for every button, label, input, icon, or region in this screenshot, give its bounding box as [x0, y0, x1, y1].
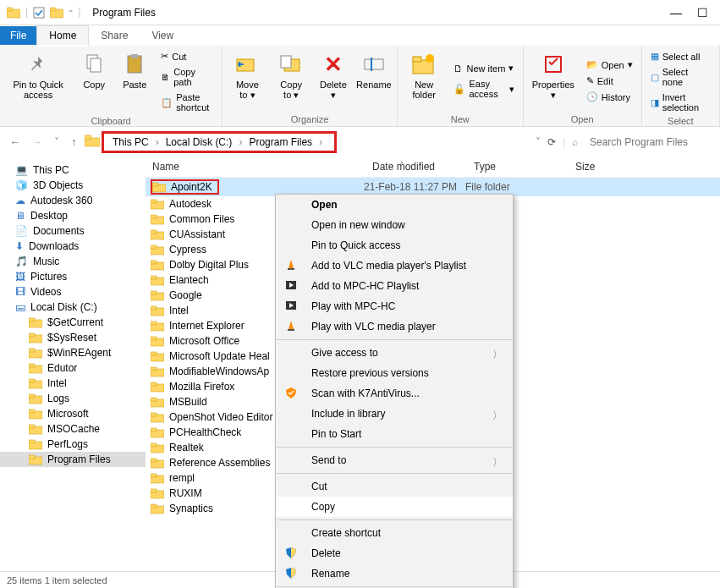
vlc-icon — [284, 258, 300, 273]
context-menu-item[interactable]: Restore previous versions — [276, 363, 513, 383]
svg-rect-12 — [365, 59, 383, 69]
context-menu-item[interactable]: Pin to Quick access — [276, 235, 513, 256]
minimize-button[interactable]: — — [670, 6, 682, 19]
sidebar-item[interactable]: Logs — [0, 391, 146, 406]
svg-rect-11 — [281, 56, 291, 68]
copy-path-button[interactable]: 🗎Copy path — [157, 65, 217, 89]
context-menu-item[interactable]: Play with MPC-HC — [276, 296, 513, 316]
easy-access-button[interactable]: 🔓Easy access ▾ — [450, 77, 517, 101]
context-menu-item[interactable]: Include in library〉 — [276, 404, 513, 424]
paste-button[interactable]: Paste — [117, 49, 152, 114]
svg-rect-57 — [151, 306, 157, 310]
context-menu-item[interactable]: Open in new window — [276, 215, 513, 235]
move-to-button[interactable]: Move to ▾ — [228, 49, 267, 113]
cut-button[interactable]: ✂Cut — [157, 49, 217, 63]
properties-button[interactable]: Properties ▾ — [529, 49, 578, 113]
folder-icon — [85, 135, 100, 150]
forward-button[interactable]: → — [29, 133, 46, 151]
sidebar-item[interactable]: 🧊3D Objects — [0, 178, 146, 193]
pin-quick-access-button[interactable]: Pin to Quick access — [5, 49, 71, 114]
sidebar-item[interactable]: Microsoft — [0, 406, 146, 421]
sidebar-item[interactable]: 📄Documents — [0, 223, 146, 239]
breadcrumb-item[interactable]: Program Files — [249, 136, 312, 148]
address-dropdown[interactable]: ˅ — [536, 136, 541, 148]
svg-rect-43 — [151, 200, 157, 203]
context-menu-item[interactable]: Delete — [276, 543, 513, 563]
context-menu-item[interactable]: Play with VLC media player — [276, 316, 513, 337]
context-menu-item[interactable]: Scan with K7AntiVirus... — [276, 383, 513, 404]
search-input[interactable] — [585, 133, 712, 151]
chevron-right-icon: 〉 — [492, 348, 503, 362]
sidebar-item[interactable]: Intel — [0, 376, 146, 391]
copy-button[interactable]: Copy — [76, 49, 112, 114]
select-none-button[interactable]: ▢Select none — [647, 65, 714, 89]
sidebar-item[interactable]: MSOCache — [0, 421, 146, 437]
easy-icon: 🔓 — [453, 84, 465, 95]
new-folder-button[interactable]: New folder — [403, 49, 446, 113]
qat-sep: | — [78, 6, 80, 18]
sidebar-item[interactable]: PerfLogs — [0, 437, 146, 452]
recent-dropdown[interactable]: ˅ — [51, 133, 63, 151]
svg-rect-73 — [151, 428, 157, 431]
breadcrumb-item[interactable]: Local Disk (C:) — [166, 136, 233, 148]
context-menu-item[interactable]: Send to〉 — [276, 450, 513, 470]
tab-file[interactable]: File — [0, 26, 36, 45]
context-menu-item[interactable]: Give access to〉 — [276, 343, 513, 363]
context-menu-item[interactable]: Add to VLC media player's Playlist — [276, 256, 513, 276]
downloads-icon: ⬇ — [15, 240, 24, 252]
maximize-button[interactable]: ☐ — [697, 6, 708, 19]
invert-icon: ◨ — [651, 97, 659, 108]
up-button[interactable]: ↑ — [68, 133, 80, 151]
vlc-icon — [284, 319, 300, 334]
sidebar-item[interactable]: 🎞Videos — [0, 284, 146, 299]
edit-button[interactable]: ✎Edit — [583, 74, 636, 88]
chevron-right-icon: 〉 — [492, 409, 503, 423]
context-menu-item[interactable]: Create shortcut — [276, 523, 513, 543]
sidebar-item[interactable]: Program Files — [0, 452, 146, 467]
sidebar-item[interactable]: 💻This PC — [0, 162, 146, 178]
sidebar-item[interactable]: $WinREAgent — [0, 345, 146, 360]
svg-rect-39 — [29, 455, 35, 459]
svg-rect-4 — [50, 8, 56, 11]
column-headers[interactable]: Name ˄ Date modified Type Size — [146, 157, 720, 178]
context-menu-item[interactable]: Copy — [276, 497, 513, 517]
qat-checkbox-icon[interactable] — [33, 6, 45, 19]
context-menu-item[interactable]: Cut — [276, 476, 513, 497]
invert-selection-button[interactable]: ◨Invert selection — [647, 91, 714, 114]
titlebar: | ⁼ | Program Files — ☐ — [0, 0, 720, 25]
pictures-icon: 🖼 — [15, 271, 25, 283]
sidebar-item[interactable]: 🎵Music — [0, 254, 146, 269]
svg-rect-79 — [151, 474, 157, 477]
sidebar-item[interactable]: $GetCurrent — [0, 315, 146, 330]
sidebar-item[interactable]: 🖼Pictures — [0, 269, 146, 284]
delete-button[interactable]: ✕ Delete ▾ — [316, 49, 351, 113]
new-item-button[interactable]: 🗋New item ▾ — [450, 61, 517, 75]
back-button[interactable]: ← — [7, 133, 24, 151]
sidebar-item[interactable]: ⬇Downloads — [0, 239, 146, 254]
context-menu-item[interactable]: Open — [276, 195, 513, 215]
sidebar-item[interactable]: 🖴Local Disk (C:) — [0, 299, 146, 315]
refresh-button[interactable]: ⟳ — [547, 136, 556, 148]
context-menu-item[interactable]: Add to MPC-HC Playlist — [276, 276, 513, 296]
qat-dropdown-icon[interactable]: ⁼ — [69, 8, 73, 17]
context-menu-item[interactable]: Rename — [276, 563, 513, 584]
sidebar-item[interactable]: $SysReset — [0, 330, 146, 345]
tab-share[interactable]: Share — [89, 26, 140, 45]
select-all-button[interactable]: ▦Select all — [647, 49, 714, 63]
sidebar-item[interactable]: 🖥Desktop — [0, 208, 146, 223]
context-menu-item[interactable]: Pin to Start — [276, 424, 513, 444]
sidebar-item[interactable]: Edutor — [0, 360, 146, 376]
open-button[interactable]: 📂Open ▾ — [583, 58, 636, 72]
history-button[interactable]: 🕓History — [583, 90, 636, 104]
tab-home[interactable]: Home — [36, 25, 89, 47]
svg-rect-69 — [151, 398, 157, 401]
breadcrumb[interactable]: This PC› Local Disk (C:)› Program Files› — [102, 131, 337, 153]
rename-button[interactable]: Rename — [356, 49, 392, 113]
sidebar-item[interactable]: ☁Autodesk 360 — [0, 193, 146, 208]
paste-shortcut-button[interactable]: 📋Paste shortcut — [157, 91, 217, 114]
tab-view[interactable]: View — [140, 26, 185, 45]
copy-to-button[interactable]: Copy to ▾ — [272, 49, 311, 113]
svg-rect-83 — [151, 504, 157, 508]
svg-rect-8 — [131, 54, 138, 58]
breadcrumb-item[interactable]: This PC — [113, 136, 149, 148]
